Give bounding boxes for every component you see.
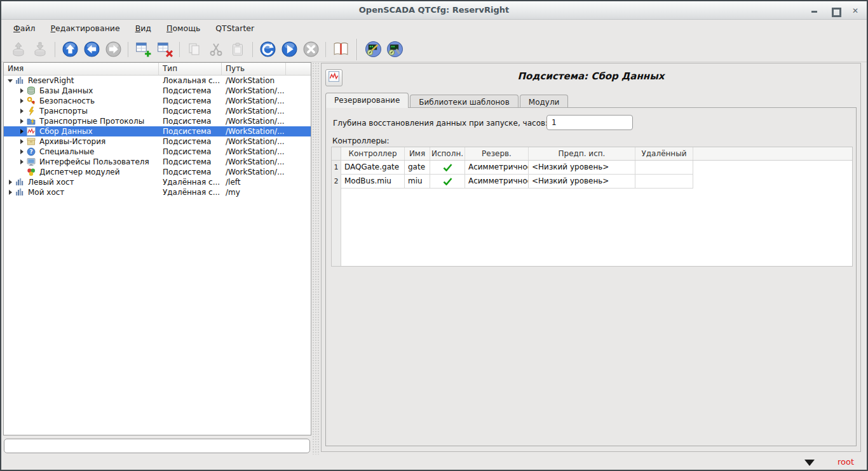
current-user[interactable]: root — [837, 457, 854, 467]
tree-column-filler — [286, 63, 311, 75]
tree-row[interactable]: ?СпециальныеПодсистема/WorkStation/... — [4, 147, 311, 157]
menu-qtstarter[interactable]: QTStarter — [208, 21, 261, 36]
exec-check-icon[interactable] — [430, 175, 465, 189]
expand-arrow[interactable] — [18, 129, 25, 134]
tree-item-name: Базы Данных — [39, 86, 93, 96]
tree-row[interactable]: Интерфейсы ПользователяПодсистема/WorkSt… — [4, 157, 311, 167]
tray-triangle-icon[interactable] — [804, 460, 815, 466]
tree-row[interactable]: Базы ДанныхПодсистема/WorkStation/... — [4, 86, 311, 96]
tree-item-name: Диспетчер модулей — [39, 167, 120, 177]
menu-view[interactable]: Вид — [128, 21, 158, 36]
controller-cell[interactable]: ModBus.miu — [341, 175, 405, 189]
refresh-icon — [259, 41, 276, 58]
item-add-button[interactable] — [133, 39, 153, 60]
tree-item-path: /WorkStation/... — [222, 116, 311, 126]
up-button[interactable] — [60, 39, 80, 60]
tree-row[interactable]: ReservRightЛокальная с.../WorkStation — [4, 76, 311, 86]
name-cell[interactable]: miu — [405, 175, 430, 189]
forward-icon — [105, 41, 122, 58]
tree-item-path: /WorkStation/... — [222, 86, 311, 96]
tree-row[interactable]: Левый хостУдалённая с.../left — [4, 177, 311, 187]
tree-column-path[interactable]: Путь — [222, 63, 286, 75]
table-col-header[interactable]: Исполн. — [430, 147, 465, 160]
tree-filter-input[interactable] — [4, 439, 310, 453]
row-number[interactable]: 2 — [332, 175, 341, 189]
table-col-header[interactable]: Предп. исп. — [529, 147, 635, 160]
ui-icon — [27, 157, 37, 166]
pref-cell[interactable]: <Низкий уровень> — [529, 175, 635, 189]
maximize-icon[interactable] — [830, 6, 840, 16]
expand-arrow[interactable] — [18, 119, 25, 124]
tree-item-type: Подсистема — [159, 96, 222, 106]
tab-reserve[interactable]: Резервирование — [325, 93, 409, 108]
tree-item-path: /WorkStation/... — [222, 147, 311, 157]
tab-templates[interactable]: Библиотеки шаблонов — [410, 95, 518, 108]
daq-page-button[interactable] — [325, 69, 342, 86]
tree-column-type[interactable]: Тип — [159, 63, 222, 75]
tree-row[interactable]: Транспортные ПротоколыПодсистема/WorkSta… — [4, 116, 311, 126]
qtstarter-config-button[interactable] — [363, 39, 383, 60]
expand-arrow[interactable] — [18, 139, 25, 144]
start-icon — [281, 41, 298, 58]
back-button[interactable] — [81, 39, 102, 60]
menu-help[interactable]: Помощь — [159, 21, 207, 36]
tree-item-type: Подсистема — [159, 136, 222, 147]
tree-row[interactable]: ТранспортыПодсистема/WorkStation/... — [4, 106, 311, 116]
tree-row[interactable]: Архивы-ИсторияПодсистема/WorkStation/... — [4, 136, 311, 147]
tree-item-name: Мой хост — [28, 187, 64, 197]
status-bar: root — [1, 454, 867, 470]
remote-cell[interactable] — [635, 161, 693, 175]
tree-row[interactable]: Мой хостУдалённая с.../my — [4, 187, 311, 197]
name-cell[interactable]: gate — [405, 161, 430, 175]
pref-cell[interactable]: <Низкий уровень> — [529, 161, 635, 175]
expand-arrow[interactable] — [6, 180, 14, 185]
expand-arrow[interactable] — [6, 79, 14, 83]
table-col-header[interactable]: Удалённый — [635, 147, 693, 160]
controller-cell[interactable]: DAQGate.gate — [341, 161, 405, 175]
tab-modules[interactable]: Модули — [520, 95, 569, 108]
expand-arrow[interactable] — [18, 88, 25, 93]
reserve-cell[interactable]: Асимметричное — [465, 161, 529, 175]
table-col-header[interactable]: Имя — [405, 147, 430, 160]
menu-edit[interactable]: Редактирование — [44, 21, 127, 36]
tree-row[interactable]: Диспетчер модулейПодсистема/WorkStation/… — [4, 167, 311, 177]
table-col-header[interactable]: Резерв. — [465, 147, 529, 160]
menu-file[interactable]: Файл — [6, 21, 43, 36]
transport-icon — [27, 107, 37, 116]
tree-item-path: /WorkStation/... — [222, 136, 311, 147]
manual-button[interactable] — [330, 39, 351, 60]
exec-check-icon[interactable] — [430, 161, 465, 175]
tree-body: ReservRightЛокальная с.../WorkStationБаз… — [4, 76, 311, 197]
table-col-header[interactable]: Контроллер — [341, 147, 405, 160]
tree-row[interactable]: Сбор ДанныхПодсистема/WorkStation/... — [4, 126, 311, 136]
restore-depth-label: Глубина восстановления данных при запуск… — [333, 119, 548, 128]
tree-row[interactable]: БезопасностьПодсистема/WorkStation/... — [4, 96, 311, 106]
close-icon[interactable]: ✕ — [850, 6, 860, 16]
tree-item-path: /WorkStation/... — [222, 167, 311, 177]
tree-item-name: Архивы-История — [39, 136, 105, 147]
panel-splitter[interactable] — [312, 62, 320, 454]
refresh-button[interactable] — [257, 39, 278, 60]
row-number[interactable]: 1 — [332, 161, 341, 175]
tree-column-name[interactable]: Имя — [4, 63, 159, 75]
restore-depth-input[interactable] — [546, 115, 633, 130]
expand-arrow[interactable] — [6, 190, 14, 195]
expand-arrow[interactable] — [18, 109, 25, 114]
qtstarter-tools-button[interactable] — [384, 39, 405, 60]
save-button — [30, 39, 50, 60]
expand-arrow[interactable] — [18, 149, 25, 154]
start-button[interactable] — [279, 39, 299, 60]
menu-bar: ФайлРедактированиеВидПомощьQTStarter — [1, 20, 867, 37]
tab-bar: РезервированиеБиблиотеки шаблоновМодули — [325, 93, 569, 108]
minimize-icon[interactable] — [810, 6, 820, 16]
table-header: КонтроллерИмяИсполн.Резерв.Предп. исп.Уд… — [341, 147, 852, 161]
controller-row[interactable]: ModBus.miumiuАсимметричное<Низкий уровен… — [341, 175, 693, 189]
reserve-cell[interactable]: Асимметричное — [465, 175, 529, 189]
expand-arrow[interactable] — [18, 98, 25, 103]
remote-cell[interactable] — [635, 175, 693, 189]
item-del-button[interactable] — [154, 39, 175, 60]
expand-arrow[interactable] — [18, 159, 25, 164]
controller-row[interactable]: DAQGate.gategateАсимметричное<Низкий уро… — [341, 161, 693, 175]
tree-item-path: /WorkStation/... — [222, 126, 311, 136]
tree-item-path: /my — [222, 187, 311, 197]
